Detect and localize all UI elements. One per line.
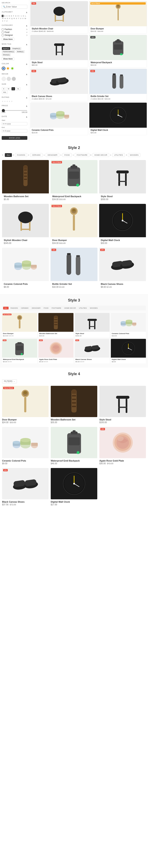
size-m[interactable]: M: [6, 87, 10, 90]
tag-fashionable[interactable]: Fashionable(1): [2, 50, 15, 53]
alpha-H[interactable]: H: [17, 15, 19, 17]
star-2[interactable]: ★: [4, 100, 6, 102]
alpha-S[interactable]: S: [16, 17, 17, 20]
tab-designer[interactable]: DESIGNER: [46, 153, 59, 157]
alpha-Q[interactable]: Q: [11, 17, 13, 20]
alpha-D[interactable]: D: [8, 15, 10, 17]
tag-apple[interactable]: Apple(1): [2, 47, 10, 50]
tag-bottle[interactable]: Bottle(1): [16, 50, 24, 53]
tab-ceramic[interactable]: CERAMIC: [30, 153, 43, 157]
date-end-input[interactable]: [2, 129, 27, 132]
star-rating[interactable]: ★ ★ ★ ★ ★: [2, 100, 27, 102]
size-xxl[interactable]: XXL: [2, 91, 7, 94]
s3-tab-food[interactable]: FOOD: [42, 307, 50, 309]
alpha-M[interactable]: M: [2, 17, 4, 20]
star-1[interactable]: ★: [2, 100, 4, 102]
price-toggle[interactable]: ∧: [26, 105, 27, 107]
image-option-2[interactable]: [7, 77, 11, 81]
color-orange[interactable]: [6, 67, 9, 70]
product-card-7[interactable]: Ceramic Colored Pots $19.00: [30, 102, 88, 135]
tab-food[interactable]: FOOD: [62, 153, 71, 157]
alpha-J[interactable]: J: [21, 15, 23, 17]
show-more-tags-btn[interactable]: Show More: [2, 57, 14, 61]
date-start-input[interactable]: [2, 122, 27, 125]
alpha-T[interactable]: T: [18, 17, 20, 20]
s3-tab-ceramic[interactable]: CERAMIC: [20, 307, 30, 309]
alpha-P[interactable]: P: [9, 17, 11, 20]
color-green[interactable]: [11, 67, 14, 70]
color-blue[interactable]: [2, 67, 5, 70]
s2-product-8[interactable]: 10% Bottle Grinder Set $32.00 $4.00: [51, 248, 97, 290]
s3-tab-fashion[interactable]: FASHION: [9, 307, 19, 309]
product-card-1[interactable]: 70% Stylish Wooden Chair 2 colors $345.0…: [30, 1, 88, 34]
s4-p4[interactable]: Ceramic Colored Pots $9.00: [2, 427, 49, 466]
product-card-6[interactable]: 33% Bottle Grinder Set 2 colors $32.00 $…: [89, 69, 147, 101]
search-input[interactable]: [6, 6, 26, 8]
alpha-G[interactable]: G: [14, 15, 17, 17]
s2-product-4[interactable]: Stylish Wooden Chair $345.00: [2, 204, 49, 246]
alpha-O[interactable]: O: [6, 17, 8, 20]
product-card-2[interactable]: Out of Stock Door Bumper $34.00 $32.00: [89, 1, 147, 34]
s3-p4[interactable]: Ceramic Colored Pots $18.00: [111, 313, 146, 338]
s2-product-6[interactable]: Digital Wall Clock $30.00: [99, 204, 146, 246]
s4-p5[interactable]: Waterproof Emil Backpack $46.00: [51, 427, 97, 466]
s3-p3[interactable]: Style Stool $300.00: [75, 313, 110, 338]
s4-p8[interactable]: Digital Wall Clock $27.00: [51, 468, 97, 507]
alpha-K[interactable]: K: [23, 15, 25, 17]
category-food[interactable]: Food 4: [2, 31, 27, 33]
category-fashion-checkbox[interactable]: [2, 28, 4, 30]
show-less-btn[interactable]: SHOW LESS: [2, 136, 27, 140]
product-card-4[interactable]: NEW Waterproof Backpack $59.00: [89, 35, 147, 68]
alpha-Z[interactable]: Z: [6, 20, 8, 22]
s4-p2[interactable]: Wooden Bathroom Set $35.00: [51, 386, 97, 425]
alpha-V[interactable]: V: [22, 17, 24, 20]
star-3[interactable]: ★: [6, 100, 8, 102]
tab-wooden[interactable]: WOODEN: [128, 153, 141, 157]
s4-p3[interactable]: Style Stool $100.00: [99, 386, 146, 425]
s3-tab-homedecor[interactable]: HOME DECOR: [63, 307, 77, 309]
s3-tab-all[interactable]: ALL: [3, 307, 8, 309]
s4-p7[interactable]: 12% Black Canvas Shoes $37.56 $71.56: [2, 468, 49, 507]
s3-p8[interactable]: Digital Wall Clock $8.00: [111, 339, 146, 364]
filters-label[interactable]: FILTERS →: [2, 379, 17, 383]
size-s[interactable]: S: [2, 87, 5, 90]
alpha-N[interactable]: N: [4, 17, 6, 20]
s4-p1[interactable]: Out of Stock Door Bumper $24.00 $32.00: [2, 386, 49, 425]
category-toggle[interactable]: ∧: [26, 25, 27, 27]
color-toggle[interactable]: ∧: [26, 63, 27, 65]
alpha-A[interactable]: A: [2, 15, 4, 17]
s4-p6[interactable]: 14% Agate Rose Gold Plate $30.00 $43.00: [99, 427, 146, 466]
category-fashion[interactable]: Fashion 9: [2, 28, 27, 30]
s3-tab-footware[interactable]: FOOTWARE: [50, 307, 62, 309]
tab-fashion[interactable]: FASHION: [15, 153, 27, 157]
alpha-B[interactable]: B: [4, 15, 6, 17]
tab-homedecor[interactable]: HOME DECOR: [92, 153, 109, 157]
s2-product-5[interactable]: Out of Stock Door Bumper $34.00 $32.00: [51, 204, 97, 246]
image-toggle[interactable]: ∧: [26, 73, 27, 75]
s2-product-7[interactable]: Ceramic Colored Pots $8.00: [2, 248, 49, 290]
search-box[interactable]: 🔍: [2, 5, 27, 9]
s3-p6[interactable]: 10% Agate Rose Gold Plate $5.00 $8.00: [38, 339, 73, 364]
alpha-I[interactable]: I: [20, 15, 21, 17]
date-toggle[interactable]: ∧: [26, 116, 27, 118]
s2-product-3[interactable]: Style Stool $300.00: [99, 160, 146, 202]
s3-tab-utilities[interactable]: UTILITIES: [78, 307, 88, 309]
alpha-Y[interactable]: Y: [4, 20, 6, 22]
s3-p2[interactable]: Wooden Bathroom Set $34.00: [38, 313, 73, 338]
alpha-C[interactable]: C: [6, 15, 8, 17]
star-5[interactable]: ★: [11, 100, 13, 102]
alpha-L[interactable]: L: [25, 15, 27, 17]
product-card-8[interactable]: Digital Wall Clock $25.00: [89, 102, 147, 135]
s2-product-2[interactable]: Out of Stock Waterproof Emil Backpack $3…: [51, 160, 97, 202]
product-card-3[interactable]: Style Stool $80.00: [30, 35, 88, 68]
alpha-W[interactable]: W: [24, 17, 27, 20]
s2-product-1[interactable]: Wooden Bathroom Set $5.00: [2, 160, 49, 202]
alpha-E[interactable]: E: [10, 15, 12, 17]
alpha-R[interactable]: R: [13, 17, 15, 20]
won-tag-toggle[interactable]: ∧: [26, 43, 27, 46]
s3-p5[interactable]: 10% Waterproof Emil Backpack $5.00 $8.00: [2, 339, 37, 364]
size-l[interactable]: L: [11, 87, 15, 90]
alpha-F[interactable]: F: [13, 15, 14, 17]
alpha-U[interactable]: U: [20, 17, 22, 20]
s3-p1[interactable]: Out of Stock Door Bumper $14.00 $32.00: [2, 313, 37, 338]
